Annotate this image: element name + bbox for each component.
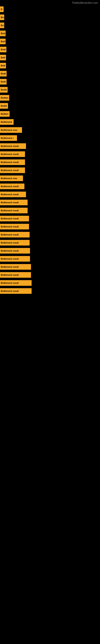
bottleneck-bar[interactable]: Bottleneck resu [0,127,22,133]
bar-row: Bottleneck result [0,214,100,222]
bottleneck-bar[interactable]: Bottleneck result [0,151,25,157]
bar-row: Bottleneck result [0,271,100,279]
bar-label: Bott [1,56,5,59]
bar-label: Bottleneck result [1,217,19,220]
bottleneck-bar[interactable]: Bo [0,14,4,20]
bottleneck-bar[interactable]: Bottleneck result [0,224,29,230]
bottleneck-bar[interactable]: Bottlen [0,111,10,117]
bar-row: Bottle [0,102,100,110]
bar-label: Bottleneck result [1,274,19,276]
bottleneck-bar[interactable]: Bottl [0,71,7,76]
bar-label: Bottl [1,72,6,75]
bottleneck-bar[interactable]: Bottleneck [0,119,14,125]
bar-row: Bottleneck resu [0,174,100,182]
bottleneck-bar[interactable]: Bottleneck r [0,135,17,141]
bar-row: Bottleneck result [0,158,100,166]
bottleneck-bar[interactable]: Bottleneck result [0,192,26,197]
bar-label: Bottle [1,88,7,91]
bottleneck-bar[interactable]: Bott [0,63,6,68]
bar-label: Bottleneck result [1,161,19,164]
bottleneck-bar[interactable]: Bottleneck result [0,200,28,205]
bottleneck-bar[interactable]: Bottl [0,79,7,84]
site-title: TheBottlenecker.com [0,0,100,5]
bar-label: Bottleneck resu [1,177,17,180]
bar-row: Bottleneck result [0,255,100,263]
bar-label: Bottleneck result [1,250,19,252]
bar-row: Bo [0,21,100,30]
bar-row: Bottleneck result [0,287,100,295]
bottleneck-bar[interactable]: Bottleneck resu [0,176,23,181]
bar-label: Bottleneck result [1,153,19,155]
bar-label: Bo [1,16,4,18]
bottleneck-bar[interactable]: Bottl [0,47,6,52]
bottleneck-bar[interactable]: Bott [0,39,6,44]
bottleneck-bar[interactable]: Bottle [0,103,8,109]
bottleneck-bar[interactable]: B [0,6,3,12]
bottleneck-bar[interactable]: Bottleneck result [0,256,30,262]
bar-label: Bo [1,24,4,26]
bar-row: Bottleneck [0,118,100,126]
bar-row: Bottl [0,78,100,86]
bar-row: Bottleneck result [0,247,100,255]
bar-row: Bottleneck result [0,239,100,247]
bar-label: Bottleneck result [1,242,19,244]
bar-row: Bottl [0,70,100,78]
bar-row: Bottleneck result [0,231,100,239]
bar-row: Bottleneck r [0,134,100,142]
bottleneck-bar[interactable]: Bottleneck result [0,240,30,246]
bottleneck-bar[interactable]: Bottleneck result [0,216,29,222]
bottleneck-bar[interactable]: Bottleneck result [0,160,25,165]
bar-label: Bottleneck r [1,137,14,139]
bar-row: Bott [0,62,100,70]
bar-row: Bottleneck result [0,182,100,190]
bottleneck-bar[interactable]: Bottleneck result [0,272,31,278]
bottleneck-bar[interactable]: Bottleneck result [0,143,26,149]
bottleneck-bar[interactable]: Bottleneck result [0,264,31,270]
bottleneck-bar[interactable]: Bottle [0,87,8,92]
bar-label: Bottleneck result [1,209,19,212]
bar-row: Bottl [0,46,100,54]
bar-row: Bottleneck result [0,142,100,150]
bottleneck-bar[interactable]: Bottleneck result [0,208,28,213]
bar-row: Bottlen [0,94,100,102]
bottleneck-bar[interactable]: Bottleneck result [0,184,24,189]
bar-label: Bottleneck result [1,226,19,228]
bar-label: Bott [1,32,5,34]
bar-label: Bottleneck result [1,145,19,147]
bar-row: Bottleneck result [0,222,100,231]
bar-label: Bottleneck result [1,282,19,284]
bar-label: Bottlen [1,113,8,115]
bottleneck-bar[interactable]: Bottleneck result [0,232,30,238]
bar-row: Bottleneck resu [0,126,100,134]
bottleneck-bar[interactable]: Bo [0,22,4,28]
bottleneck-bar[interactable]: Bottleneck result [0,280,32,286]
bar-label: Bottleneck result [1,193,19,196]
bottleneck-bar[interactable]: Bottleneck result [0,288,32,294]
bar-row: Bott [0,54,100,62]
bar-row: Bottlen [0,110,100,118]
bar-label: Bottl [1,80,6,83]
bar-row: Bottleneck result [0,279,100,287]
bar-row: Bottleneck result [0,190,100,198]
bottleneck-bar[interactable]: Bottleneck result [0,168,25,173]
bottleneck-bar[interactable]: Bottlen [0,95,9,100]
bar-label: Bottleneck [1,121,12,123]
bar-row: Bottleneck result [0,166,100,174]
bar-label: Bottl [1,48,6,51]
bar-label: Bottleneck result [1,258,19,260]
bar-label: Bottle [1,105,7,107]
bar-row: Bottleneck result [0,263,100,271]
bar-label: Bott [1,64,5,67]
bottleneck-bar[interactable]: Bott [0,30,6,36]
bottleneck-bar[interactable]: Bottleneck result [0,248,30,254]
bar-label: B [1,8,2,10]
bottleneck-bar[interactable]: Bott [0,55,6,60]
bar-label: Bottlen [1,96,8,99]
bar-row: B [0,5,100,13]
bar-row: Bottleneck result [0,198,100,206]
bar-label: Bottleneck result [1,266,19,268]
bar-row: Bottle [0,86,100,94]
bar-row: Bottleneck result [0,206,100,214]
bar-label: Bottleneck result [1,185,19,188]
bar-label: Bottleneck resu [1,129,17,131]
